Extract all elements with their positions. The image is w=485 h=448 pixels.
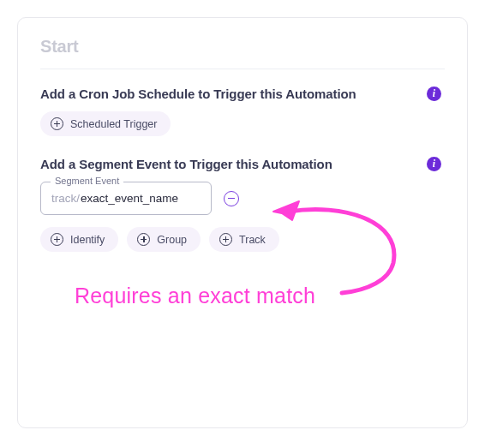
plus-icon (51, 117, 63, 130)
scheduled-trigger-label: Scheduled Trigger (70, 118, 157, 130)
start-card: Start Add a Cron Job Schedule to Trigger… (17, 17, 468, 428)
segment-event-value: exact_event_name (81, 192, 178, 205)
plus-icon (137, 233, 150, 246)
cron-section-header: Add a Cron Job Schedule to Trigger this … (40, 87, 445, 101)
segment-section: Add a Segment Event to Trigger this Auto… (40, 157, 445, 252)
remove-button[interactable] (224, 191, 239, 206)
segment-button-row: Identify Group Track (40, 227, 445, 252)
segment-section-title: Add a Segment Event to Trigger this Auto… (40, 157, 332, 171)
info-icon[interactable]: i (427, 87, 441, 101)
cron-button-row: Scheduled Trigger (40, 111, 445, 136)
identify-label: Identify (70, 234, 105, 246)
track-label: Track (239, 234, 266, 246)
annotation-text: Requires an exact match (75, 284, 315, 308)
track-button[interactable]: Track (209, 227, 279, 252)
segment-section-header: Add a Segment Event to Trigger this Auto… (40, 157, 445, 171)
segment-field-wrap: Segment Event track/exact_event_name (40, 182, 212, 215)
info-icon[interactable]: i (427, 157, 441, 171)
plus-icon (51, 233, 63, 246)
segment-field-label: Segment Event (51, 176, 123, 186)
plus-icon (219, 233, 232, 246)
segment-event-prefix: track/ (51, 192, 80, 205)
segment-event-input[interactable]: track/exact_event_name (40, 182, 212, 215)
scheduled-trigger-button[interactable]: Scheduled Trigger (40, 111, 171, 136)
identify-button[interactable]: Identify (40, 227, 118, 252)
cron-section-title: Add a Cron Job Schedule to Trigger this … (40, 87, 356, 101)
segment-field-row: Segment Event track/exact_event_name (40, 182, 445, 215)
group-label: Group (157, 234, 187, 246)
cron-section: Add a Cron Job Schedule to Trigger this … (40, 87, 445, 136)
group-button[interactable]: Group (127, 227, 201, 252)
card-title: Start (40, 37, 445, 69)
